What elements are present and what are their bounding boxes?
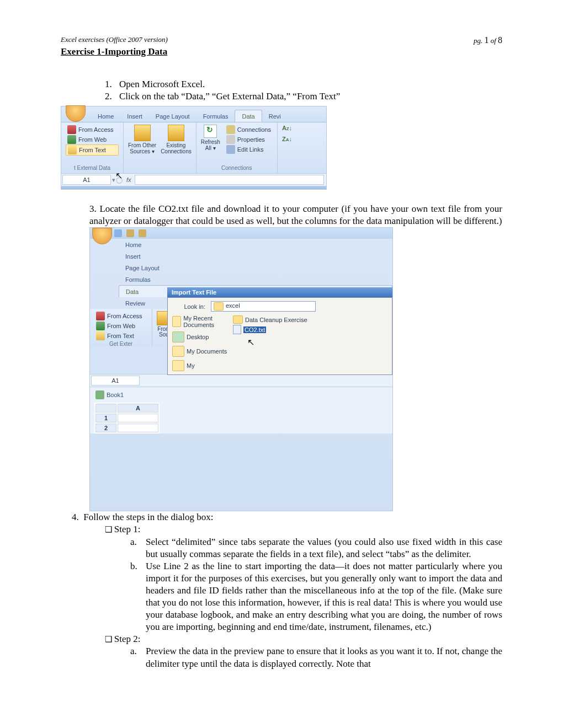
cell-a2[interactable] — [118, 424, 158, 432]
cell-a1[interactable] — [118, 414, 158, 422]
text-icon-2 — [96, 331, 105, 340]
lookin-dropdown[interactable]: excel — [211, 301, 316, 312]
page-title: Exercise 1-Importing Data — [61, 46, 502, 57]
cursor-icon-2: ↖ — [247, 338, 254, 347]
step4-1b: b.Use Line 2 as the line to start import… — [130, 560, 502, 634]
desktop-button[interactable]: Desktop — [172, 331, 227, 342]
main-steps-list: 1.Open Microsoft Excel. 2.Click on the t… — [105, 78, 502, 103]
tab-page-layout-2[interactable]: Page Layout — [119, 262, 392, 274]
header-right: pg. 1 of 8 — [474, 35, 502, 45]
ribbon-body: From Access From Web From Text t Externa… — [61, 122, 326, 173]
my-computer-button[interactable]: My — [172, 360, 227, 371]
tab-insert[interactable]: Insert — [120, 110, 149, 122]
file-list: Data Cleanup Exercise CO2.txt ↖ — [233, 315, 387, 354]
screenshot-ribbon-1: Home Insert Page Layout Formulas Data Re… — [61, 106, 327, 190]
links-icon — [226, 145, 235, 154]
tab-home[interactable]: Home — [91, 110, 120, 122]
from-text-button-2[interactable]: From Text — [94, 331, 147, 341]
web-icon — [67, 135, 76, 144]
folder-icon — [214, 302, 224, 311]
row-1-header[interactable]: 1 — [95, 414, 116, 422]
step-4: 4. Follow the steps in the dialog box: S… — [72, 511, 502, 670]
from-web-button-2[interactable]: From Web — [94, 321, 147, 331]
from-access-button[interactable]: From Access — [66, 125, 119, 135]
refresh-all-button[interactable]: RefreshAll ▾ — [201, 125, 220, 151]
from-other-sources-button[interactable]: From OtherSources ▾ — [128, 125, 156, 154]
refresh-icon — [204, 125, 217, 138]
screenshot-import-dialog: Home Insert Page Layout Formulas Data Re… — [89, 227, 393, 511]
group-connections: Connections — [201, 165, 273, 172]
tab-insert-2[interactable]: Insert — [119, 250, 392, 262]
col-a-header[interactable]: A — [118, 404, 158, 413]
formula-bar: A1 ▾ ◯ fx — [61, 173, 326, 186]
my-documents-button[interactable]: My Documents — [172, 346, 227, 357]
row-2-header[interactable]: 2 — [95, 424, 116, 432]
sort-az-button[interactable]: AZ↓ — [282, 125, 292, 131]
step-1: 1.Open Microsoft Excel. — [105, 78, 502, 90]
desktop-icon — [172, 331, 184, 342]
from-web-button[interactable]: From Web — [66, 135, 119, 144]
mydocs-icon — [172, 346, 184, 357]
tab-review[interactable]: Revi — [262, 110, 288, 122]
workbook-title: Book1 — [92, 389, 392, 400]
dialog-title: Import Text File — [167, 287, 392, 297]
existing-connections-icon — [168, 125, 184, 141]
recent-documents-button[interactable]: My Recent Documents — [172, 315, 227, 328]
text-icon — [68, 146, 77, 154]
step4-step2: Step 2: a.Preview the data in the previe… — [105, 633, 502, 670]
web-icon-2 — [96, 322, 105, 330]
workbook-window: Book1 A 1 2 — [90, 387, 392, 433]
tab-page-layout[interactable]: Page Layout — [149, 110, 196, 122]
excel-icon — [95, 390, 104, 399]
tab-formulas[interactable]: Formulas — [196, 110, 235, 122]
step4-step1: Step 1: a.Select “delimited” since tabs … — [105, 523, 502, 633]
from-access-button-2[interactable]: From Access — [94, 311, 147, 321]
formula-bar-2: A1 — [90, 374, 392, 387]
textfile-icon — [233, 325, 241, 334]
group-get-exter: Get Exter — [94, 341, 147, 348]
formula-input[interactable] — [135, 175, 324, 185]
access-icon — [67, 125, 76, 134]
fx-label[interactable]: fx — [123, 176, 135, 183]
access-icon-2 — [96, 312, 105, 320]
step4-1a: a.Select “delimited” since tabs separate… — [130, 536, 502, 560]
tab-home-2[interactable]: Home — [119, 239, 392, 250]
qat-save-icon[interactable] — [114, 229, 122, 237]
existing-connections-button[interactable]: ExistingConnections — [161, 125, 192, 154]
header-left: Excel exercises (Office 2007 version) — [61, 35, 168, 45]
qat-undo-icon[interactable] — [126, 229, 134, 237]
connections-button[interactable]: Connections — [225, 125, 273, 135]
name-box[interactable]: A1 — [62, 175, 111, 185]
group-external-data: t External Data — [66, 165, 119, 172]
cursor-icon: ↖ — [115, 170, 123, 181]
name-box-2[interactable]: A1 — [91, 376, 140, 386]
sort-za-button[interactable]: ZA↓ — [282, 136, 292, 142]
running-header: Excel exercises (Office 2007 version) pg… — [61, 35, 502, 45]
other-sources-icon — [134, 125, 151, 141]
quick-access-toolbar — [90, 228, 392, 239]
tab-formulas-2[interactable]: Formulas — [119, 274, 392, 285]
ribbon-tabs: Home Insert Page Layout Formulas Data Re… — [61, 106, 326, 122]
dialog-body: Look in: excel My Recent Documents Deskt… — [167, 297, 392, 375]
edit-links-button[interactable]: Edit Links — [225, 144, 273, 154]
properties-button[interactable]: Properties — [225, 135, 273, 144]
folder-icon-2 — [233, 315, 243, 324]
office-button-icon[interactable] — [66, 105, 86, 122]
connections-icon — [226, 125, 235, 134]
qat-redo-icon[interactable] — [139, 229, 146, 237]
places-bar: My Recent Documents Desktop My Documents… — [172, 315, 227, 371]
step-3: 3. Locate the file CO2.txt file and down… — [89, 203, 502, 227]
recent-icon — [172, 316, 181, 327]
spreadsheet-grid[interactable]: A 1 2 — [94, 403, 160, 433]
properties-icon — [226, 135, 235, 144]
from-text-button[interactable]: From Text — [66, 144, 119, 156]
mycomp-icon — [172, 360, 184, 371]
file-co2-txt[interactable]: CO2.txt — [233, 324, 387, 335]
step4-2a: a.Preview the data in the preview pane t… — [130, 645, 502, 670]
step-2: 2.Click on the tab “Data,” “Get External… — [105, 90, 502, 103]
lookin-label: Look in: — [172, 303, 205, 310]
folder-data-cleanup[interactable]: Data Cleanup Exercise — [233, 315, 387, 324]
tab-data[interactable]: Data — [235, 110, 262, 122]
